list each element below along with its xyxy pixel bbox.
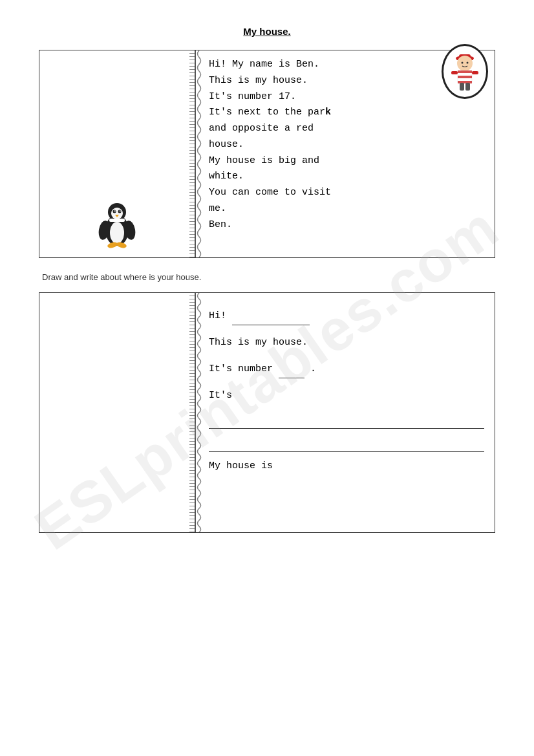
blank-line-2 [209,434,484,452]
text-line-5: and opposite a red [209,121,484,137]
text-line-7: My house is big and [209,153,484,169]
text-line-8: white. [209,169,484,185]
svg-point-19 [118,210,122,213]
writing-area: Hi! This is my house. It's number . It's [195,293,495,532]
its-prefix: It's [209,390,232,401]
card-left [39,50,195,257]
bold-word: k [325,107,331,118]
name-blank [232,307,310,325]
wavy-border-2-icon [196,293,202,532]
svg-point-21 [120,210,121,211]
svg-point-15 [110,222,124,244]
svg-point-18 [113,210,116,213]
text-line-10: me. [209,201,484,217]
writing-card: Hi! This is my house. It's number . It's [39,292,495,533]
page: ESLprintables.com My house. [0,0,534,756]
number-prefix: It's number [209,363,279,374]
instruction-text: Draw and write about where is your house… [39,272,495,282]
page-title: My house. [243,26,290,37]
text-line-9: You can come to visit [209,185,484,201]
write-line-its: It's [209,387,484,404]
title-section: My house. [39,26,495,38]
blank-line-1 [209,411,484,429]
penguin-icon [98,193,136,251]
write-line-myhouse: My house is [209,457,484,475]
text-line-1: Hi! My name is Ben. [209,57,484,73]
svg-point-17 [111,208,123,219]
write-line-this: This is my house. [209,334,484,351]
write-line-hi: Hi! [209,307,484,325]
hi-prefix: Hi! [209,310,232,321]
text-line-3: It's number 17. [209,89,484,105]
text-line-11: Ben. [209,217,484,233]
card-text-area: Hi! My name is Ben. This is my house. It… [195,50,495,257]
reading-card: Hi! My name is Ben. This is my house. It… [39,50,495,258]
number-suffix: . [310,363,316,374]
wavy-border-icon [196,50,202,257]
myhouse-prefix: My house is [209,460,273,471]
text-line-6: house. [209,137,484,153]
drawing-area [39,293,195,532]
number-blank [279,360,304,378]
text-line-4: It's next to the park [209,105,484,121]
svg-point-20 [114,210,116,211]
write-line-number: It's number . [209,360,484,378]
svg-rect-27 [109,219,125,222]
text-line-2: This is my house. [209,73,484,89]
